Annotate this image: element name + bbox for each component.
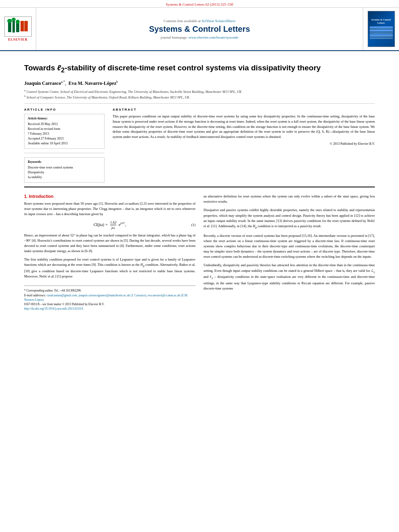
journal-cover-image: Systems & Control Letters [368,11,395,47]
copyright-line: © 2013 Published by Elsevier B.V. [113,142,375,146]
formula-numerator: 1.62 [110,220,117,225]
right-para-3: Recently, a discrete version of reset co… [204,233,375,260]
article-info-abstract-section: ARTICLE INFO Article history: Received 2… [24,108,375,183]
email-link[interactable]: casalcantara@gmail.com, joaquin.carrasco… [24,294,188,302]
right-para-1: an alternative definition for reset syst… [204,194,375,204]
body-left-column: 1. Introduction Reset systems were propo… [24,194,195,311]
abstract-heading: ABSTRACT [113,108,375,111]
footnote-corresponding: * Corresponding author. Tel.: +44 161306… [24,288,195,293]
footnote-issn: 0167-6911/$ – see front matter © 2013 Pu… [24,302,195,306]
divider-1 [24,103,375,104]
cover-decoration [370,26,393,39]
section-1-para-1: Reset systems were proposed more than 50… [24,201,195,217]
homepage-line: journal homepage: www.elsevier.com/locat… [160,35,238,39]
journal-citation: Systems & Control Letters 62 (2013) 525–… [166,2,233,6]
formula-number: (1) [191,223,196,227]
body-right-column: an alternative definition for reset syst… [204,194,375,311]
author-1-name: Joaquín Carrasco [24,80,61,86]
received-date: Received 29 May 2012 [28,122,101,127]
available-online: Available online 18 April 2013 [28,141,101,146]
formula-1-content: CI(jω) = 1.62 jω ej52°, [93,220,126,230]
divider-keywords [24,153,105,153]
footnote-email: E-mail addresses: casalcantara@gmail.com… [24,293,195,302]
svg-point-5 [16,20,20,24]
footer-area: * Corresponding author. Tel.: +44 161306… [24,286,195,311]
revised-date: 7 February 2013 [28,131,101,136]
sciverse-link[interactable]: SciVerse ScienceDirect [202,19,235,23]
accepted-date: Accepted 27 February 2013 [28,136,101,141]
section-1-para-2: Hence, an improvement of about 52° in ph… [24,233,195,254]
author-2-super: b [116,80,118,84]
elsevier-logo: ELSEVIER [4,16,32,41]
right-para-2: Dissipative and passive systems exhibit … [204,207,375,230]
journal-cover-area: Systems & Control Letters [363,8,399,50]
formula-1: CI(jω) = 1.62 jω ej52°, (1) [24,220,195,230]
authors-line: Joaquín Carrascoa,*, Eva M. Navarro-Lópe… [24,80,375,86]
journal-top-bar: Systems & Control Letters 62 (2013) 525–… [0,0,399,8]
affiliation-a: a Control Systems Centre, School of Elec… [24,89,375,94]
svg-point-3 [7,19,12,23]
author-1-super: a,* [61,80,65,84]
author-2-name: Eva M. Navarro-López [68,80,116,86]
cover-title-text: Systems & Control Letters [370,18,393,24]
journal-header-center: Contents lists available at SciVerse Sci… [36,8,363,50]
paper-content: Towards ℓ2-stability of discrete-time re… [0,51,399,319]
affiliation-b: b School of Computer Science, The Univer… [24,94,375,99]
formula-fraction: 1.62 jω [110,220,117,230]
divider-body [24,187,375,187]
abstract-text: This paper proposes conditions on input–… [113,114,375,140]
doi-link[interactable]: http://dx.doi.org/10.1016/j.sysconle.201… [24,307,83,310]
section-1-para-3: The first stability condition proposed f… [24,257,195,279]
section-1-heading: 1. Introduction [24,194,195,199]
keyword-3: ℓ₂-stability [28,175,101,180]
article-history-label: Article history: [28,117,101,120]
keyword-2: Dissipativity [28,170,101,175]
elsevier-logo-image [4,16,32,37]
keywords-label: Keywords: [28,160,101,164]
formula-denominator: jω [111,225,115,230]
elsevier-logo-area: ELSEVIER [0,8,36,50]
keywords-box: Keywords: Discrete-time reset control sy… [24,157,105,183]
abstract-column: ABSTRACT This paper proposes conditions … [113,108,375,183]
right-para-4: Undoubtedly, dissipativity and passivity… [204,263,375,291]
article-info-column: ARTICLE INFO Article history: Received 2… [24,108,105,183]
body-section: 1. Introduction Reset systems were propo… [24,194,375,311]
article-history-box: Article history: Received 29 May 2012 Re… [24,114,105,149]
article-info-heading: ARTICLE INFO [24,108,105,111]
paper-title: Towards ℓ2-stability of discrete-time re… [24,63,375,74]
journal-title: Systems & Control Letters [149,25,250,34]
footnote-doi: http://dx.doi.org/10.1016/j.sysconle.201… [24,306,195,311]
contents-available-line: Contents lists available at SciVerse Sci… [164,19,236,23]
revised-label: Received in revised form [28,127,101,131]
svg-point-4 [12,18,16,21]
keyword-1: Discrete-time reset control systems [28,165,101,170]
journal-header: ELSEVIER Contents lists available at Sci… [0,8,399,51]
homepage-link[interactable]: www.elsevier.com/locate/sysconle [189,35,239,39]
elsevier-text: ELSEVIER [8,38,27,41]
